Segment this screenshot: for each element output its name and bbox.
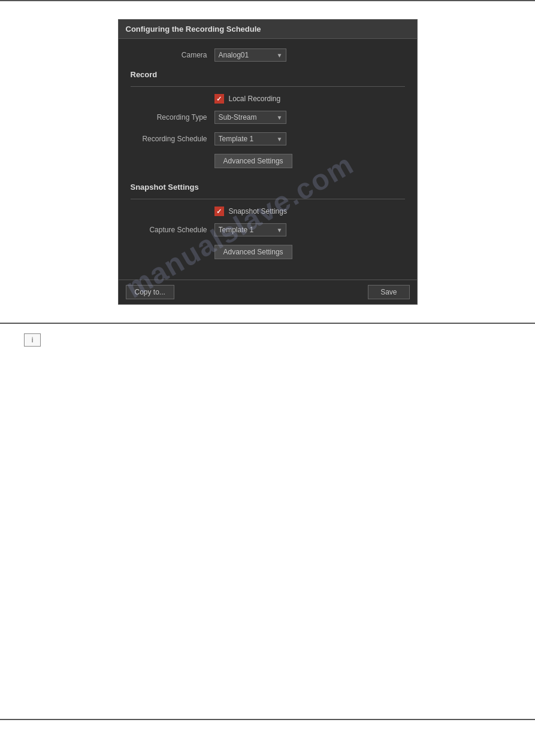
recording-schedule-dropdown-wrapper: Template 1 ▼ [214, 132, 286, 145]
snapshot-divider [131, 199, 405, 199]
capture-schedule-row: Capture Schedule Template 1 ▼ [131, 223, 405, 236]
page-container: Configuring the Recording Schedule Camer… [0, 0, 535, 756]
dialog-footer: Copy to... Save [119, 280, 417, 304]
local-recording-row: Local Recording [131, 94, 405, 104]
record-advanced-settings-btn[interactable]: Advanced Settings [214, 154, 292, 168]
snapshot-advanced-settings-wrapper: Advanced Settings [131, 245, 405, 268]
info-row: i [0, 333, 535, 347]
mid-divider [0, 323, 535, 324]
camera-label: Camera [131, 51, 214, 59]
recording-schedule-select[interactable]: Template 1 [214, 132, 286, 145]
copy-to-button[interactable]: Copy to... [126, 285, 174, 299]
recording-type-label: Recording Type [131, 113, 214, 122]
recording-type-row: Recording Type Sub-Stream ▼ [131, 111, 405, 124]
snapshot-settings-checkbox[interactable] [214, 207, 224, 216]
top-divider [0, 0, 535, 1]
record-advanced-settings-wrapper: Advanced Settings [131, 154, 405, 177]
capture-schedule-label: Capture Schedule [131, 226, 214, 234]
snapshot-settings-row: Snapshot Settings [131, 207, 405, 216]
capture-schedule-dropdown-wrapper: Template 1 ▼ [214, 223, 286, 236]
snapshot-advanced-settings-btn[interactable]: Advanced Settings [214, 245, 292, 259]
recording-type-select[interactable]: Sub-Stream [214, 111, 286, 124]
record-section-header: Record [131, 70, 405, 81]
snapshot-settings-label: Snapshot Settings [229, 207, 287, 215]
local-recording-label: Local Recording [229, 95, 281, 103]
local-recording-checkbox[interactable] [214, 94, 224, 104]
camera-select[interactable]: Analog01 [214, 48, 286, 62]
dialog-box: Configuring the Recording Schedule Camer… [118, 19, 418, 305]
capture-schedule-select[interactable]: Template 1 [214, 223, 286, 236]
recording-schedule-label: Recording Schedule [131, 135, 214, 143]
bottom-divider [0, 719, 535, 720]
dialog-body: Camera Analog01 ▼ Record Local Recording [119, 39, 417, 277]
camera-row: Camera Analog01 ▼ [131, 48, 405, 62]
info-icon: i [32, 336, 34, 344]
dialog-wrapper: Configuring the Recording Schedule Camer… [0, 13, 535, 311]
snapshot-section-header: Snapshot Settings [131, 183, 405, 194]
camera-dropdown-wrapper: Analog01 ▼ [214, 48, 286, 62]
info-icon-box: i [24, 333, 41, 347]
record-divider [131, 86, 405, 87]
recording-schedule-row: Recording Schedule Template 1 ▼ [131, 132, 405, 145]
recording-type-dropdown-wrapper: Sub-Stream ▼ [214, 111, 286, 124]
dialog-title: Configuring the Recording Schedule [119, 20, 417, 39]
save-button[interactable]: Save [368, 285, 409, 299]
